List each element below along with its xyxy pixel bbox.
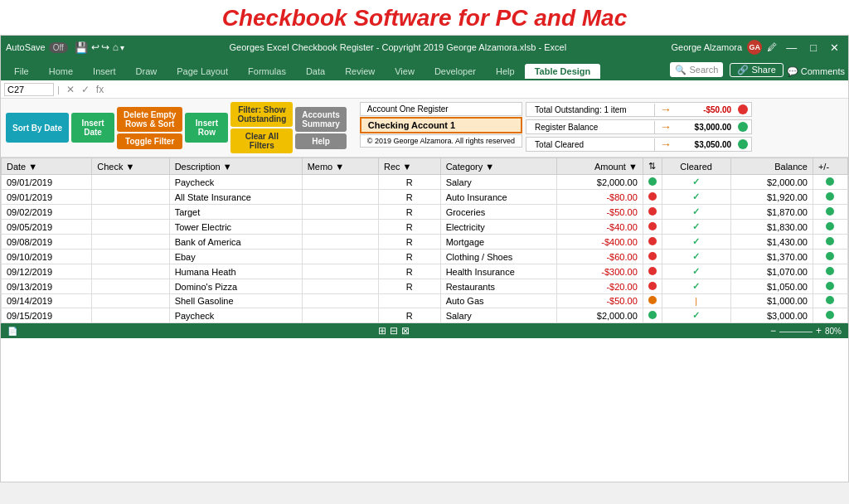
autosave-label: AutoSave bbox=[6, 42, 46, 52]
table-row[interactable]: 09/02/2019 Target R Groceries -$50.00 ✓ … bbox=[2, 205, 848, 220]
zoom-slider[interactable]: ———— bbox=[779, 327, 813, 336]
table-row[interactable]: 09/08/2019 Bank of America R Mortgage -$… bbox=[2, 235, 848, 250]
cell-cleared: ✓ bbox=[662, 250, 730, 264]
cell-description: Target bbox=[169, 205, 302, 220]
tab-data[interactable]: Data bbox=[296, 64, 335, 79]
cell-category: Auto Gas bbox=[440, 294, 556, 308]
tab-table-design[interactable]: Table Design bbox=[525, 64, 601, 79]
minimize-button[interactable]: — bbox=[782, 41, 801, 54]
col-check-filter[interactable]: ▼ bbox=[126, 162, 135, 172]
redo-icon[interactable]: ↪ bbox=[101, 41, 109, 53]
table-row[interactable]: 09/15/2019 Paycheck R Salary $2,000.00 ✓… bbox=[2, 308, 848, 323]
col-memo: Memo ▼ bbox=[302, 158, 378, 175]
formula-cancel-icon[interactable]: ✕ bbox=[66, 84, 75, 95]
cleared-dash: | bbox=[695, 296, 697, 306]
tab-help[interactable]: Help bbox=[486, 64, 525, 79]
customize-icon[interactable]: ⌂ bbox=[113, 41, 119, 53]
cell-check bbox=[92, 264, 169, 279]
comments-button[interactable]: 💬 Comments bbox=[787, 66, 845, 77]
toggle-filter-button[interactable]: Toggle Filter bbox=[117, 133, 182, 149]
col-cat-filter[interactable]: ▼ bbox=[485, 162, 494, 172]
search-box[interactable]: 🔍 Search bbox=[670, 62, 723, 77]
col-cleared: Cleared bbox=[662, 158, 730, 175]
insert-row-button[interactable]: InsertRow bbox=[185, 113, 228, 143]
cell-memo bbox=[302, 279, 378, 294]
tab-developer[interactable]: Developer bbox=[424, 64, 486, 79]
maximize-button[interactable]: □ bbox=[806, 41, 821, 54]
col-rec-filter[interactable]: ▼ bbox=[403, 162, 412, 172]
col-date-filter[interactable]: ▼ bbox=[28, 162, 37, 172]
total-cleared-row: Total Cleared → $3,050.00 bbox=[526, 137, 752, 152]
cell-status-dot bbox=[813, 205, 847, 220]
cell-description: Paycheck bbox=[169, 175, 302, 190]
sort-by-date-button[interactable]: Sort By Date bbox=[6, 113, 69, 143]
save-icon[interactable]: 💾 bbox=[75, 41, 88, 54]
cell-memo bbox=[302, 235, 378, 250]
tab-review[interactable]: Review bbox=[335, 64, 385, 79]
col-amount-filter[interactable]: ▼ bbox=[628, 162, 638, 172]
close-button[interactable]: ✕ bbox=[826, 41, 843, 54]
formula-input[interactable] bbox=[107, 84, 845, 95]
table-row[interactable]: 09/01/2019 Paycheck R Salary $2,000.00 ✓… bbox=[2, 175, 848, 190]
sheet-tab[interactable]: 📄 bbox=[7, 327, 17, 336]
cell-date: 09/01/2019 bbox=[2, 175, 92, 190]
search-label: Search bbox=[689, 65, 718, 75]
cell-memo bbox=[302, 308, 378, 323]
user-avatar: GA bbox=[747, 40, 762, 55]
formula-insert-icon[interactable]: fx bbox=[96, 84, 104, 95]
table-row[interactable]: 09/10/2019 Ebay R Clothing / Shoes -$60.… bbox=[2, 250, 848, 264]
autosave-toggle[interactable]: Off bbox=[49, 42, 68, 53]
zoom-controls: − ———— + 80% bbox=[770, 325, 842, 337]
page-layout-icon[interactable]: ⊟ bbox=[390, 325, 398, 337]
tab-view[interactable]: View bbox=[385, 64, 424, 79]
balance-status-dot bbox=[738, 122, 748, 132]
accounts-summary-button[interactable]: AccountsSummary bbox=[295, 107, 347, 132]
cell-balance: $1,050.00 bbox=[730, 279, 813, 294]
cell-date: 09/13/2019 bbox=[2, 279, 92, 294]
cell-memo bbox=[302, 294, 378, 308]
cell-status-dot bbox=[813, 250, 847, 264]
formula-confirm-icon[interactable]: ✓ bbox=[81, 84, 90, 95]
delete-empty-button[interactable]: Delete EmptyRows & Sort bbox=[117, 107, 182, 132]
tab-insert[interactable]: Insert bbox=[83, 64, 126, 79]
ribbon-icon[interactable]: 🖉 bbox=[767, 41, 777, 53]
cleared-status-dot bbox=[738, 139, 748, 149]
cell-cleared: ✓ bbox=[662, 308, 730, 323]
table-row[interactable]: 09/01/2019 All State Insurance R Auto In… bbox=[2, 190, 848, 205]
tab-home[interactable]: Home bbox=[39, 64, 83, 79]
zoom-out-icon[interactable]: − bbox=[770, 325, 776, 337]
cell-reference[interactable] bbox=[4, 83, 54, 96]
normal-view-icon[interactable]: ⊞ bbox=[378, 325, 386, 337]
tab-draw[interactable]: Draw bbox=[126, 64, 167, 79]
cell-description: Paycheck bbox=[169, 308, 302, 323]
undo-icon[interactable]: ↩ bbox=[91, 41, 99, 53]
zoom-in-icon[interactable]: + bbox=[816, 325, 822, 337]
cell-memo bbox=[302, 220, 378, 235]
help-button[interactable]: Help bbox=[295, 133, 347, 149]
cell-rec: R bbox=[378, 250, 440, 264]
col-amount-sort[interactable]: ⇅ bbox=[643, 158, 662, 175]
clear-all-button[interactable]: Clear AllFilters bbox=[230, 128, 293, 153]
page-break-icon[interactable]: ⊠ bbox=[401, 325, 410, 337]
view-controls: ⊞ ⊟ ⊠ bbox=[378, 325, 410, 337]
cell-balance: $1,920.00 bbox=[730, 190, 813, 205]
share-button[interactable]: 🔗 Share bbox=[730, 63, 783, 77]
cell-check bbox=[92, 190, 169, 205]
tab-file[interactable]: File bbox=[4, 64, 39, 79]
col-memo-filter[interactable]: ▼ bbox=[335, 162, 344, 172]
cell-amount: -$50.00 bbox=[556, 205, 643, 220]
table-row[interactable]: 09/05/2019 Tower Electric R Electricity … bbox=[2, 220, 848, 235]
table-row[interactable]: 09/13/2019 Domino's Pizza R Restaurants … bbox=[2, 279, 848, 294]
table-row[interactable]: 09/12/2019 Humana Heath R Health Insuran… bbox=[2, 264, 848, 279]
cell-memo bbox=[302, 190, 378, 205]
cell-amount-dot bbox=[643, 190, 662, 205]
cell-balance: $1,070.00 bbox=[730, 264, 813, 279]
table-row[interactable]: 09/14/2019 Shell Gasoline Auto Gas -$50.… bbox=[2, 294, 848, 308]
insert-date-button[interactable]: InsertDate bbox=[71, 113, 114, 143]
tab-page-layout[interactable]: Page Layout bbox=[167, 64, 238, 79]
search-icon: 🔍 bbox=[675, 65, 686, 75]
filter-show-button[interactable]: Filter: ShowOutstanding bbox=[230, 102, 293, 127]
tab-formulas[interactable]: Formulas bbox=[238, 64, 296, 79]
cleared-arrow-icon: → bbox=[655, 138, 677, 151]
col-desc-filter[interactable]: ▼ bbox=[223, 162, 232, 172]
